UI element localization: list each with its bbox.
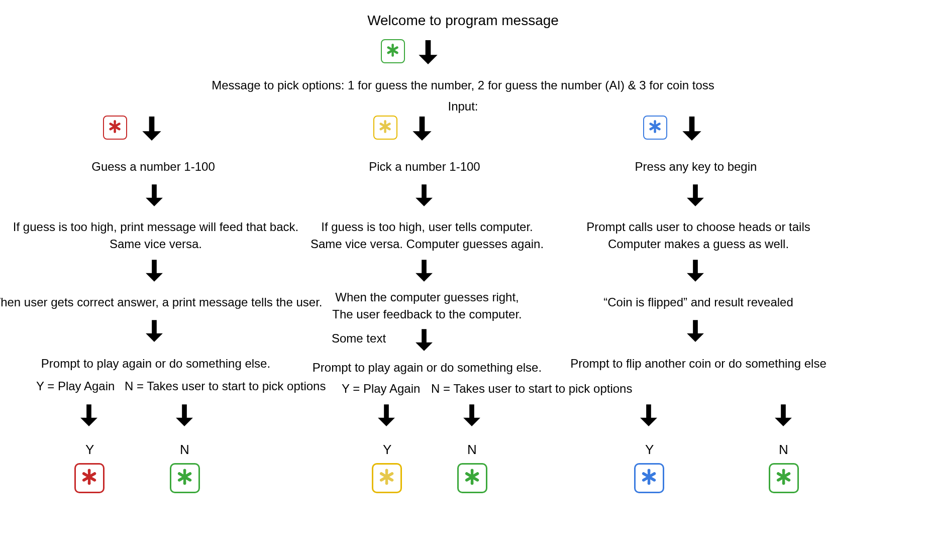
arrow-down-icon — [136, 113, 168, 145]
asterisk-green-icon — [170, 463, 200, 493]
branch2-nlabel: N = Takes user to start to pick options — [431, 382, 632, 396]
asterisk-yellow-icon — [372, 463, 402, 493]
branch3-header: Press any key to begin — [573, 160, 819, 174]
branch1-nlabel: N = Takes user to start to pick options — [125, 379, 326, 393]
branch2-prompt: Prompt to play again or do something els… — [271, 361, 583, 375]
branch1-n: N — [180, 442, 189, 458]
arrow-down-icon — [409, 256, 439, 285]
branch2-step-a-2: Same vice versa. Computer guesses again. — [271, 237, 583, 251]
arrow-down-icon — [409, 181, 439, 210]
branch3-y: Y — [645, 442, 654, 458]
asterisk-yellow-icon — [373, 116, 397, 140]
branch3-step-a-1: Prompt calls user to choose heads or tai… — [543, 220, 854, 234]
sometext-label: Some text — [332, 331, 386, 346]
asterisk-green-icon — [457, 463, 487, 493]
options-message: Message to pick options: 1 for guess the… — [0, 78, 926, 92]
arrow-down-icon — [140, 316, 169, 346]
branch2-header: Pick a number 1-100 — [301, 160, 548, 174]
arrow-down-icon — [406, 113, 438, 145]
branch2-ylabel: Y = Play Again — [342, 382, 420, 396]
arrow-down-icon — [372, 401, 401, 430]
arrow-down-icon — [170, 401, 199, 430]
arrow-down-icon — [634, 401, 663, 430]
arrow-down-icon — [74, 401, 104, 430]
arrow-down-icon — [412, 36, 444, 68]
branch2-step-b-1: When the computer guesses right, — [271, 290, 583, 304]
arrow-down-icon — [681, 181, 710, 210]
arrow-down-icon — [769, 401, 798, 430]
branch2-step-a-1: If guess is too high, user tells compute… — [271, 220, 583, 234]
asterisk-red-icon — [103, 116, 127, 140]
arrow-down-icon — [457, 401, 486, 430]
asterisk-blue-icon — [643, 116, 667, 140]
branch2-step-b-2: The user feedback to the computer. — [271, 307, 583, 321]
branch3-prompt: Prompt to flip another coin or do someth… — [543, 357, 854, 371]
branch2-n: N — [467, 442, 477, 458]
arrow-down-icon — [681, 316, 710, 346]
branch3-n: N — [779, 442, 788, 458]
branch1-header: Guess a number 1-100 — [30, 160, 276, 174]
arrow-down-icon — [140, 181, 169, 210]
branch1-ylabel: Y = Play Again — [36, 379, 115, 393]
branch1-step-a-1: If guess is too high, print message will… — [0, 220, 312, 234]
asterisk-green-icon — [381, 39, 405, 63]
arrow-down-icon — [409, 325, 439, 355]
asterisk-blue-icon — [634, 463, 664, 493]
arrow-down-icon — [676, 113, 708, 145]
input-label: Input: — [0, 99, 926, 114]
branch3-step-a-2: Computer makes a guess as well. — [543, 237, 854, 251]
arrow-down-icon — [140, 256, 169, 285]
branch1-y: Y — [85, 442, 94, 458]
page-title: Welcome to program message — [0, 13, 926, 29]
asterisk-red-icon — [74, 463, 105, 493]
branch1-step-a-2: Same vice versa. — [0, 237, 312, 251]
branch2-y: Y — [383, 442, 391, 458]
asterisk-green-icon — [769, 463, 799, 493]
arrow-down-icon — [681, 256, 710, 285]
branch1-prompt: Prompt to play again or do something els… — [0, 357, 312, 371]
branch3-step-b: “Coin is flipped” and result revealed — [543, 295, 854, 309]
